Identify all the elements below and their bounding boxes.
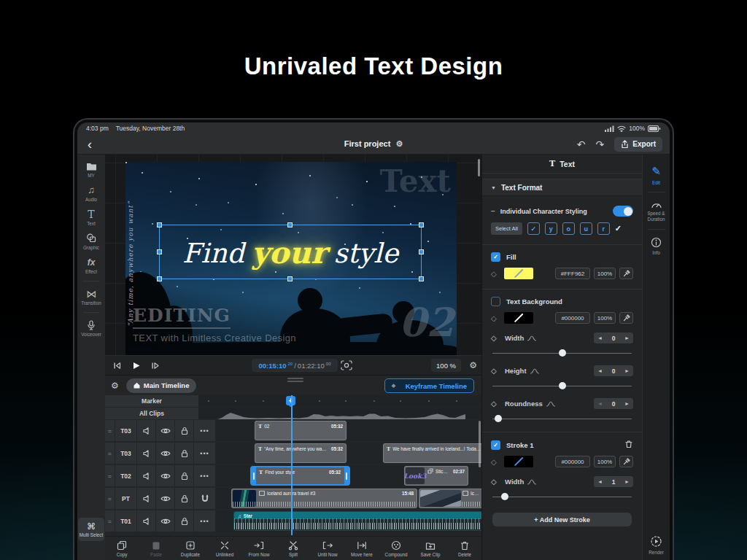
video-clip[interactable]: Iceland aurora <box>419 489 481 508</box>
keyframe-diamond-icon[interactable]: ◇ <box>491 458 501 466</box>
main-timeline-button[interactable]: Main Timeline <box>126 378 197 393</box>
rail-speed-duration-button[interactable]: Speed & Duration <box>643 197 670 228</box>
redo-button[interactable]: ↷ <box>596 139 605 150</box>
next-frame-button[interactable] <box>150 361 160 370</box>
copy-button[interactable]: Copy <box>110 540 133 557</box>
preview-scrollbar[interactable] <box>478 159 480 176</box>
confirm-check-icon[interactable]: ✓ <box>615 224 622 233</box>
keyframe-timeline-button[interactable]: ◆ Keyframe Timeline <box>384 378 474 393</box>
until-now-button[interactable]: Until Now <box>316 540 339 557</box>
multi-select-button[interactable]: ⌘ Multi Select <box>78 518 104 541</box>
prev-frame-button[interactable] <box>112 361 122 370</box>
text-clip[interactable]: T We have finally arrived in Iceland...!… <box>383 443 481 463</box>
text-background-swatch[interactable] <box>504 312 533 324</box>
zoom-level[interactable]: 100 % <box>431 359 461 372</box>
char-box[interactable]: o <box>562 222 575 235</box>
height-stepper[interactable]: ◄0► <box>594 365 633 376</box>
text-clip[interactable]: T 02 05:32 <box>255 421 347 440</box>
delete-stroke-button[interactable] <box>624 440 633 450</box>
fill-hex-value[interactable]: #FFF962 <box>555 268 590 279</box>
keyframe-diamond-icon[interactable]: ◇ <box>491 334 501 342</box>
undo-button[interactable]: ↶ <box>577 139 586 150</box>
individual-styling-toggle[interactable] <box>613 206 633 217</box>
width-stepper[interactable]: ◄0► <box>594 332 633 343</box>
mute-button[interactable] <box>137 443 156 464</box>
selection-handle[interactable] <box>157 222 162 228</box>
lock-button[interactable] <box>175 510 194 532</box>
sidebar-item-transition[interactable]: ⋈ Transition <box>77 288 105 306</box>
marker-lane[interactable]: + <box>198 395 481 407</box>
export-button[interactable]: Export <box>614 137 662 152</box>
sidebar-item-my[interactable]: MY <box>77 160 105 178</box>
stroke-checkbox[interactable]: ✓ <box>491 440 500 450</box>
fill-opacity[interactable]: 100% <box>594 268 616 279</box>
sticker-clip[interactable]: Look3 Sticker 02:37 <box>404 466 468 486</box>
char-box[interactable]: r <box>597 222 610 235</box>
all-clips-lane[interactable] <box>198 408 481 419</box>
visibility-button[interactable] <box>156 443 175 464</box>
collapse-icon[interactable]: − <box>491 207 495 215</box>
selection-handle[interactable] <box>157 276 162 281</box>
sidebar-item-graphic[interactable]: Graphic <box>77 233 105 250</box>
trim-handle-right[interactable] <box>344 467 349 484</box>
preview-settings-icon[interactable]: ⚙ <box>469 360 477 370</box>
from-now-button[interactable]: From Now <box>247 540 271 557</box>
keyframe-diamond-icon[interactable]: ◇ <box>491 367 501 375</box>
text-clip[interactable]: T “Any time, anywhere you want” 05:32 <box>255 443 347 463</box>
track-more-button[interactable]: ••• <box>194 420 216 441</box>
add-new-stroke-button[interactable]: + Add New Stroke <box>492 513 632 526</box>
sidebar-item-effect[interactable]: fx Effect <box>77 257 105 274</box>
sidebar-item-text[interactable]: T Text <box>77 209 105 226</box>
stroke-width-stepper[interactable]: ◄1► <box>594 476 633 487</box>
selection-handle[interactable] <box>287 276 293 281</box>
track-more-button[interactable]: ••• <box>194 465 216 486</box>
playhead[interactable] <box>291 395 293 535</box>
height-slider[interactable] <box>492 382 632 389</box>
rail-info-button[interactable]: Info <box>643 234 670 262</box>
char-box-check[interactable]: ✓ <box>527 222 540 235</box>
track-lane[interactable]: ♫ Star <box>216 510 481 532</box>
track-drag-handle[interactable]: = <box>105 420 115 441</box>
stroke-swatch[interactable] <box>504 456 533 467</box>
save-clip-button[interactable]: Save Clip <box>419 540 442 557</box>
selection-handle[interactable] <box>287 222 293 228</box>
stroke-opacity[interactable]: 100% <box>594 456 616 467</box>
lock-button[interactable] <box>175 488 194 509</box>
char-box[interactable]: y <box>545 222 557 235</box>
roundness-stepper[interactable]: ◄0► <box>594 398 633 409</box>
track-lane[interactable]: Iceland aurora travel #3 15:48 Iceland a… <box>216 488 481 509</box>
track-drag-handle[interactable]: = <box>105 443 115 464</box>
roundness-slider[interactable] <box>492 415 632 422</box>
stroke-hex-value[interactable]: #000000 <box>555 456 590 467</box>
select-all-button[interactable]: Select All <box>491 222 522 235</box>
track-more-button[interactable]: ••• <box>194 443 216 464</box>
visibility-button[interactable] <box>156 465 175 486</box>
project-settings-icon[interactable]: ⚙ <box>395 139 403 148</box>
sidebar-item-voiceover[interactable]: Voiceover <box>77 319 105 337</box>
selection-handle[interactable] <box>419 222 424 228</box>
keyframe-diamond-icon[interactable]: ◇ <box>491 478 501 486</box>
fill-swatch[interactable] <box>504 268 533 279</box>
compound-button[interactable]: Compound <box>384 540 408 557</box>
move-here-button[interactable]: Move here <box>350 540 374 557</box>
play-button[interactable] <box>131 361 141 370</box>
screenshot-button[interactable] <box>341 360 352 370</box>
rail-edit-button[interactable]: ✎ Edit <box>643 162 670 192</box>
unlinked-button[interactable]: Unlinked <box>213 540 236 557</box>
text-background-checkbox[interactable] <box>491 297 500 306</box>
mute-button[interactable] <box>137 488 156 509</box>
selection-handle[interactable] <box>419 249 424 254</box>
track-lane[interactable]: T “Any time, anywhere you want” 05:32 T … <box>216 443 481 464</box>
track-lane[interactable]: T Find your style 05:32 Look3 Sticker 02… <box>216 465 481 486</box>
audio-clip[interactable]: ♫ Star <box>233 511 481 531</box>
text-background-hex-value[interactable]: #000000 <box>555 312 590 324</box>
char-box[interactable]: u <box>580 222 592 235</box>
trim-handle-left[interactable] <box>252 467 256 484</box>
eyedropper-button[interactable] <box>619 312 633 324</box>
visibility-button[interactable] <box>156 488 175 509</box>
visibility-button[interactable] <box>156 510 175 532</box>
lock-button[interactable] <box>175 443 194 464</box>
fill-checkbox[interactable]: ✓ <box>491 252 500 262</box>
magnet-button[interactable] <box>194 488 216 509</box>
selection-handle[interactable] <box>419 276 424 281</box>
